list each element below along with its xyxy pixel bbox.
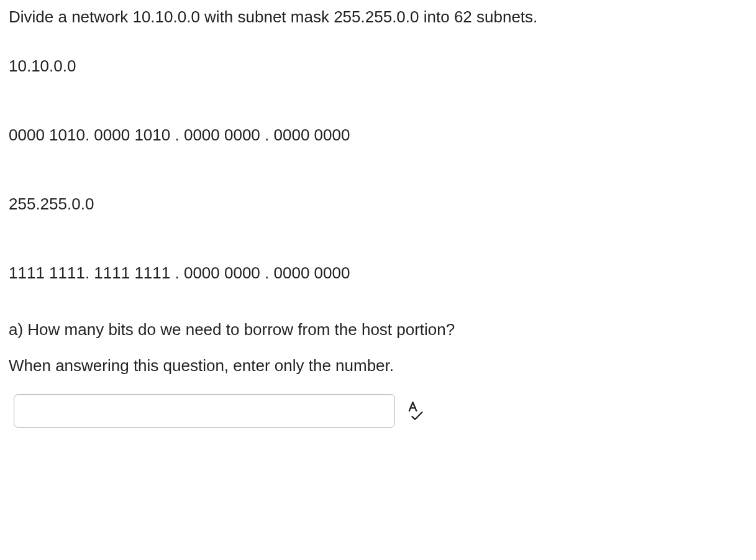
mask-binary: 1111 1111. 1111 1111 . 0000 0000 . 0000 … <box>9 262 747 284</box>
spellcheck-icon <box>406 401 424 421</box>
ip-decimal: 10.10.0.0 <box>9 55 747 77</box>
answer-input[interactable] <box>14 394 395 428</box>
mask-decimal: 255.255.0.0 <box>9 193 747 215</box>
answer-row <box>14 394 747 428</box>
question-prompt: Divide a network 10.10.0.0 with subnet m… <box>9 6 747 28</box>
ip-binary: 0000 1010. 0000 1010 . 0000 0000 . 0000 … <box>9 124 747 146</box>
answer-instruction: When answering this question, enter only… <box>9 355 747 377</box>
question-page: Divide a network 10.10.0.0 with subnet m… <box>0 0 756 434</box>
question-part-a: a) How many bits do we need to borrow fr… <box>9 319 747 341</box>
